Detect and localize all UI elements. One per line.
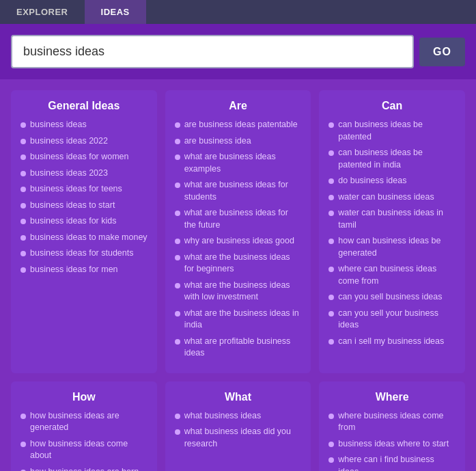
list-item: do business ideas xyxy=(328,175,456,187)
card-list-general-ideas: business ideasbusiness ideas 2022busines… xyxy=(20,119,148,275)
list-item-link[interactable]: can business ideas be patented xyxy=(338,119,456,143)
list-item: how business ideas are generated xyxy=(20,410,148,434)
tab-explorer[interactable]: EXPLORER xyxy=(0,0,85,24)
card-title-what: What xyxy=(175,391,302,403)
list-item: business ideas for women xyxy=(20,151,148,163)
search-input[interactable] xyxy=(11,35,414,68)
bullet-icon xyxy=(175,122,180,128)
list-item-link[interactable]: can business ideas be patented in india xyxy=(338,147,456,171)
list-item-link[interactable]: where can business ideas come from xyxy=(338,263,456,287)
card-can: Cancan business ideas be patentedcan bus… xyxy=(319,90,465,373)
list-item-link[interactable]: how business ideas are generated xyxy=(30,410,148,434)
list-item-link[interactable]: business ideas 2023 xyxy=(30,167,108,180)
list-item: business ideas to make money xyxy=(20,232,148,244)
card-where: Wherewhere business ideas come frombusin… xyxy=(319,381,465,472)
list-item-link[interactable]: what are business ideas for the future xyxy=(184,207,302,231)
list-item-link[interactable]: business ideas for kids xyxy=(30,215,116,228)
list-item-link[interactable]: why are business ideas good xyxy=(184,235,294,247)
list-item: where can business ideas come from xyxy=(328,263,456,287)
main-content: General Ideasbusiness ideasbusiness idea… xyxy=(0,79,476,471)
bullet-icon xyxy=(328,178,334,184)
list-item-link[interactable]: do business ideas xyxy=(338,175,406,187)
list-item: how business ideas come about xyxy=(20,438,148,462)
header-tabs: EXPLORER IDEAS xyxy=(0,0,476,24)
list-item: what business ideas did you research xyxy=(175,426,302,450)
bullet-icon xyxy=(20,414,26,419)
list-item: what are the business ideas for beginner… xyxy=(175,252,302,275)
list-item: what business ideas xyxy=(175,410,302,422)
list-item: are business idea xyxy=(175,135,302,148)
bullet-icon xyxy=(175,255,180,260)
list-item-link[interactable]: water can business ideas in tamil xyxy=(338,207,456,231)
list-item-link[interactable]: what are business ideas for students xyxy=(184,179,302,203)
card-what: Whatwhat business ideaswhat business ide… xyxy=(165,381,311,472)
list-item-link[interactable]: business ideas 2022 xyxy=(30,135,108,148)
list-item: where can i find business ideas xyxy=(328,454,456,471)
list-item-link[interactable]: what are profitable business ideas xyxy=(184,336,302,360)
card-title-how: How xyxy=(20,391,148,403)
list-item: can i sell my business ideas xyxy=(328,336,456,348)
bullet-icon xyxy=(328,239,334,244)
list-item-link[interactable]: business ideas for students xyxy=(30,247,133,260)
list-item-link[interactable]: how business ideas come about xyxy=(30,438,148,462)
list-item-link[interactable]: what are the business ideas for beginner… xyxy=(184,252,302,275)
list-item-link[interactable]: how business ideas are born xyxy=(30,466,139,472)
card-title-can: Can xyxy=(328,100,456,112)
bullet-icon xyxy=(175,414,180,419)
list-item-link[interactable]: what business ideas xyxy=(184,410,262,422)
list-item: what are the business ideas with low inv… xyxy=(175,280,302,304)
list-item-link[interactable]: how can business ideas be generated xyxy=(338,235,456,259)
bullet-icon xyxy=(175,239,180,244)
list-item: what are the business ideas in india xyxy=(175,308,302,332)
card-list-what: what business ideaswhat business ideas d… xyxy=(175,410,302,450)
list-item-link[interactable]: can i sell my business ideas xyxy=(338,336,444,348)
list-item: how can business ideas be generated xyxy=(328,235,456,259)
list-item: business ideas where to start xyxy=(328,438,456,450)
list-item-link[interactable]: water can business ideas xyxy=(338,191,434,204)
bullet-icon xyxy=(20,171,26,176)
list-item: why are business ideas good xyxy=(175,235,302,247)
list-item-link[interactable]: what are the business ideas in india xyxy=(184,308,302,332)
list-item-link[interactable]: are business ideas patentable xyxy=(184,119,298,131)
list-item: business ideas 2022 xyxy=(20,135,148,148)
list-item: what are business ideas for students xyxy=(175,179,302,203)
list-item: business ideas for teens xyxy=(20,183,148,196)
list-item: what are business ideas examples xyxy=(175,151,302,175)
list-item-link[interactable]: what business ideas did you research xyxy=(184,426,302,450)
list-item-link[interactable]: are business idea xyxy=(184,135,251,148)
list-item-link[interactable]: where can i find business ideas xyxy=(338,454,456,471)
list-item-link[interactable]: business ideas xyxy=(30,119,87,131)
bullet-icon xyxy=(175,211,180,216)
bullet-icon xyxy=(175,339,180,345)
list-item-link[interactable]: business ideas for women xyxy=(30,151,129,163)
list-item-link[interactable]: can you sell your business ideas xyxy=(338,308,456,332)
card-list-how: how business ideas are generatedhow busi… xyxy=(20,410,148,472)
go-button[interactable]: GO xyxy=(419,38,465,66)
card-general-ideas: General Ideasbusiness ideasbusiness idea… xyxy=(11,90,157,373)
bullet-icon xyxy=(20,122,26,128)
list-item: water can business ideas in tamil xyxy=(328,207,456,231)
list-item-link[interactable]: can you sell business ideas xyxy=(338,291,442,304)
search-bar: GO xyxy=(0,24,476,79)
list-item-link[interactable]: business ideas for men xyxy=(30,264,118,276)
tab-ideas[interactable]: IDEAS xyxy=(85,0,146,24)
list-item: can business ideas be patented in india xyxy=(328,147,456,171)
list-item: what are business ideas for the future xyxy=(175,207,302,231)
list-item-link[interactable]: business ideas for teens xyxy=(30,183,122,196)
bullet-icon xyxy=(175,139,180,144)
list-item-link[interactable]: where business ideas come from xyxy=(338,410,456,434)
list-item-link[interactable]: what are business ideas examples xyxy=(184,151,302,175)
card-list-are: are business ideas patentableare busines… xyxy=(175,119,302,360)
bullet-icon xyxy=(20,154,26,160)
bullet-icon xyxy=(328,295,334,300)
bullet-icon xyxy=(328,122,334,128)
list-item-link[interactable]: business ideas where to start xyxy=(338,438,449,450)
list-item-link[interactable]: business ideas to make money xyxy=(30,232,148,244)
bullet-icon xyxy=(328,311,334,317)
list-item: what are profitable business ideas xyxy=(175,336,302,360)
list-item: business ideas xyxy=(20,119,148,131)
list-item-link[interactable]: business ideas to start xyxy=(30,200,115,212)
list-item-link[interactable]: what are the business ideas with low inv… xyxy=(184,280,302,304)
card-title-where: Where xyxy=(328,391,456,403)
card-are: Areare business ideas patentableare busi… xyxy=(165,90,311,373)
